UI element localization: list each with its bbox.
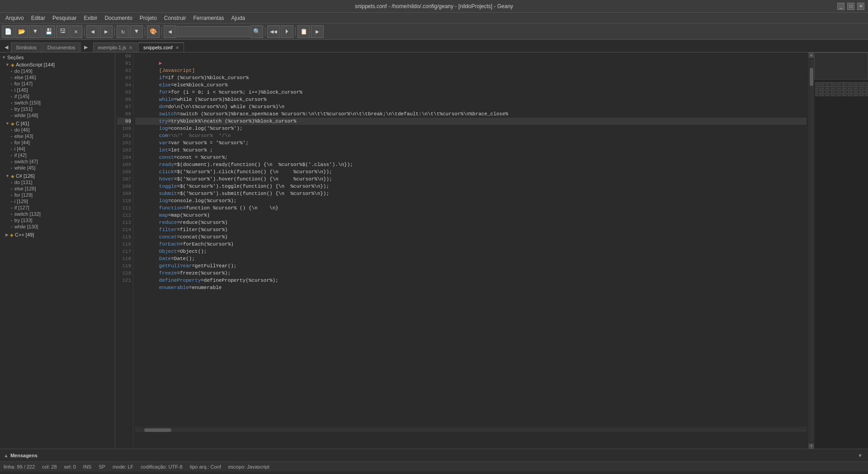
- run-button[interactable]: ▶: [311, 25, 324, 38]
- tree-item-cs-while130[interactable]: •while [130]: [0, 223, 115, 230]
- close-tab-button[interactable]: ✕: [70, 25, 82, 38]
- status-sel-info: sel: 0: [64, 464, 76, 469]
- tree-item-c-while45[interactable]: •while [45]: [0, 165, 115, 171]
- tree-item-switch150[interactable]: •switch [150]: [0, 100, 115, 106]
- forward-button[interactable]: ▶: [100, 25, 113, 38]
- bottom-panel: ▲ Mensagens ▼: [0, 449, 868, 461]
- tree-item-c-i44[interactable]: •i [44]: [0, 146, 115, 152]
- tab-snippets-conf[interactable]: snippets.conf ✕: [138, 43, 184, 52]
- code-line-117: Date=Date();: [135, 248, 807, 255]
- new-button[interactable]: 📄: [2, 25, 14, 38]
- save-button[interactable]: 💾: [42, 25, 55, 38]
- tree-item-cs-else128[interactable]: •else [128]: [0, 185, 115, 192]
- code-line-120: defineProperty=defineProperty(%cursor%);: [135, 270, 807, 277]
- menu-arquivo[interactable]: Arquivo: [2, 14, 28, 22]
- open-button[interactable]: 📂: [15, 25, 28, 38]
- actionscript-folder-icon: ◈: [11, 62, 14, 67]
- search-next-button[interactable]: 🔍: [250, 25, 263, 38]
- tab-exemplo-label: exemplo-1.js: [98, 45, 126, 50]
- search-prev-button[interactable]: ◀: [164, 25, 176, 38]
- minimap-viewport[interactable]: [814, 52, 868, 80]
- c-chevron: ▼: [5, 121, 9, 126]
- tree-item-cs-if127[interactable]: •if [127]: [0, 204, 115, 211]
- tree-item-cs-try133[interactable]: •try [133]: [0, 217, 115, 223]
- messages-arrow-down[interactable]: ▼: [858, 453, 863, 458]
- tab-snippets-label: snippets.conf: [143, 45, 173, 50]
- tab-exemplo-close[interactable]: ✕: [129, 45, 132, 50]
- build-dropdown[interactable]: ▼: [130, 25, 143, 38]
- tree-item-cs-do131[interactable]: •do [131]: [0, 179, 115, 185]
- media-prev-button[interactable]: ◀◀: [267, 25, 280, 38]
- menu-editar[interactable]: Editar: [28, 14, 49, 22]
- menu-ajuda[interactable]: Ajuda: [228, 14, 249, 22]
- doc-button[interactable]: 📋: [297, 25, 310, 38]
- cpp-folder-icon: ◈: [10, 232, 14, 237]
- menu-projeto[interactable]: Projeto: [136, 14, 160, 22]
- code-line-92: if=if (%cursor%)%block_cursor%: [135, 67, 807, 74]
- tree-item-c-if42[interactable]: •if [42]: [0, 152, 115, 158]
- tree-item-while148[interactable]: •while [148]: [0, 112, 115, 118]
- tab-exemplo-js[interactable]: exemplo-1.js ✕: [93, 43, 137, 52]
- title-bar: snippets.conf - /home/nildo/.config/gean…: [0, 0, 868, 13]
- tree-item-c-else43[interactable]: •else [43]: [0, 133, 115, 139]
- window-title: snippets.conf - /home/nildo/.config/gean…: [355, 3, 513, 9]
- messages-arrow-up[interactable]: ▲: [4, 453, 9, 458]
- tree-item-if145[interactable]: •if [145]: [0, 93, 115, 100]
- csharp-header[interactable]: ▼ ◈ C# [126]: [0, 173, 115, 179]
- minimap-content: ████████████████████████████████████████…: [814, 80, 868, 100]
- main-layout: ▼ Seções ▼ ◈ ActionScript [144] •do [149…: [0, 52, 868, 449]
- tree-item-for147[interactable]: •for [147]: [0, 81, 115, 87]
- code-editor[interactable]: ▶ [Javascript] if=if (%cursor%)%block_cu…: [133, 52, 808, 449]
- tree-item-try151[interactable]: •try [151]: [0, 106, 115, 112]
- media-button[interactable]: ⏵: [281, 25, 293, 38]
- scroll-track[interactable]: [810, 59, 813, 442]
- cpp-header[interactable]: ▶ ◈ C++ [49]: [0, 232, 115, 238]
- search-input[interactable]: [177, 26, 250, 37]
- panel-toggle-right[interactable]: ▶: [81, 43, 90, 52]
- code-line-91: [Javascript]: [135, 60, 807, 67]
- scroll-up-button[interactable]: ▲: [809, 52, 814, 58]
- tab-simbolos[interactable]: Símbolos: [11, 43, 42, 52]
- minimap: ████████████████████████████████████████…: [814, 52, 868, 449]
- tree-item-c-switch47[interactable]: •switch [47]: [0, 158, 115, 165]
- tree-item-cs-i129[interactable]: •i [129]: [0, 198, 115, 204]
- minimize-button[interactable]: _: [837, 3, 844, 10]
- status-sp: SP: [99, 464, 105, 469]
- tree-item-cs-switch132[interactable]: •switch [132]: [0, 211, 115, 217]
- actionscript-label: ActionScript [144]: [16, 62, 55, 67]
- tab-snippets-close[interactable]: ✕: [175, 45, 179, 50]
- panel-toggle-left[interactable]: ◀: [2, 43, 11, 52]
- tree-item-c-for44[interactable]: •for [44]: [0, 139, 115, 146]
- hscroll-thumb[interactable]: [144, 428, 171, 432]
- hscroll-track[interactable]: [135, 428, 807, 432]
- secoes-label: Seções: [7, 55, 24, 60]
- menu-construir[interactable]: Construir: [160, 14, 190, 22]
- scroll-down-button[interactable]: ▼: [809, 443, 814, 449]
- saveas-button[interactable]: 🖫: [56, 25, 69, 38]
- code-line-94: for=for (i = 0; i < %cursor%; i++)%block…: [135, 81, 807, 89]
- maximize-button[interactable]: □: [847, 3, 854, 10]
- color-button[interactable]: 🎨: [147, 25, 160, 38]
- menu-pesquisar[interactable]: Pesquisar: [49, 14, 80, 22]
- vertical-scrollbar[interactable]: ▲ ▼: [808, 52, 814, 449]
- tree-item-cs-for129[interactable]: •for [129]: [0, 192, 115, 198]
- close-button[interactable]: ✕: [857, 3, 864, 10]
- open-arrow-button[interactable]: ▼: [29, 25, 42, 38]
- c-header[interactable]: ▼ ◈ C [41]: [0, 120, 115, 127]
- tree-item-c-do46[interactable]: •do [46]: [0, 127, 115, 133]
- tree-item-do149[interactable]: •do [149]: [0, 68, 115, 74]
- tab-documentos[interactable]: Documentos: [42, 43, 80, 52]
- tree-item-else146[interactable]: •else [146]: [0, 74, 115, 81]
- horizontal-scrollbar[interactable]: [133, 427, 808, 432]
- actionscript-header[interactable]: ▼ ◈ ActionScript [144]: [0, 62, 115, 68]
- menu-exibir[interactable]: Exibir: [80, 14, 101, 22]
- scroll-thumb[interactable]: [810, 68, 813, 86]
- tree-item-i145[interactable]: •i [145]: [0, 87, 115, 93]
- toolbar-separator-1: [84, 27, 85, 36]
- refresh-button[interactable]: ↻: [117, 25, 129, 38]
- code-line-101: var=var %cursor% = '%cursor%';: [135, 132, 807, 139]
- back-button[interactable]: ◀: [86, 25, 99, 38]
- tree-secoes-header[interactable]: ▼ Seções: [0, 54, 115, 61]
- menu-ferramentas[interactable]: Ferramentas: [190, 14, 228, 22]
- menu-documento[interactable]: Documento: [101, 14, 136, 22]
